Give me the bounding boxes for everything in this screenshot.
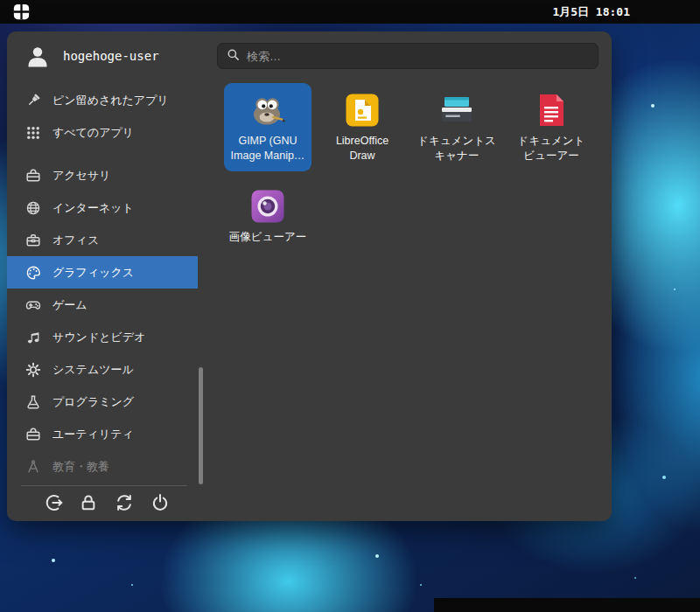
session-separator — [21, 485, 187, 486]
app-tile-image-viewer[interactable]: 画像ビューアー — [224, 179, 312, 268]
sidebar-item-label: システムツール — [52, 362, 134, 378]
app-tile-label: LibreOffice Draw — [336, 134, 388, 164]
power-icon — [150, 493, 170, 512]
lock-icon — [79, 493, 98, 512]
image-viewer-icon — [248, 187, 287, 226]
music-note-icon — [25, 330, 41, 345]
palette-icon — [25, 265, 41, 281]
lock-button[interactable] — [76, 490, 101, 515]
app-tile-document-viewer[interactable]: ドキュメント ビューアー — [508, 83, 595, 171]
app-tile-label: ドキュメント ビューアー — [518, 134, 585, 164]
sidebar-item-programming[interactable]: プログラミング — [7, 386, 198, 418]
sidebar-item-system-tools[interactable]: システムツール — [7, 353, 198, 386]
sidebar-item-games[interactable]: ゲーム — [7, 289, 198, 321]
document-scanner-icon — [438, 91, 476, 129]
search-icon — [227, 48, 240, 65]
sidebar-scrollbar[interactable] — [199, 367, 203, 484]
sidebar-item-label: インターネット — [52, 200, 134, 216]
background-window-edge[interactable] — [434, 598, 700, 612]
app-tile-label: ドキュメントス キャナー — [417, 134, 496, 164]
pin-icon — [25, 93, 41, 108]
sidebar-item-all-apps[interactable]: すべてのアプリ — [7, 116, 198, 149]
apps-grid-icon — [25, 125, 41, 141]
sidebar-item-label: グラフィックス — [52, 265, 134, 281]
sidebar-item-office[interactable]: オフィス — [7, 224, 198, 256]
globe-icon — [25, 200, 41, 216]
flask-icon — [25, 394, 41, 410]
toolbox-icon — [25, 168, 41, 184]
logout-button[interactable] — [42, 490, 66, 515]
sidebar-item-label: オフィス — [52, 233, 99, 248]
document-viewer-icon — [532, 91, 570, 129]
sidebar-item-internet[interactable]: インターネット — [7, 191, 198, 224]
logout-icon — [45, 493, 64, 512]
sidebar-item-label: プログラミング — [52, 394, 134, 410]
toolbox-icon — [25, 427, 41, 442]
app-menu-logo-icon[interactable] — [11, 2, 32, 22]
compass-icon — [25, 459, 41, 475]
sidebar-item-sound-video[interactable]: サウンドとビデオ — [7, 321, 198, 353]
sidebar-item-label: サウンドとビデオ — [52, 330, 145, 345]
user-row[interactable]: hogehoge-user — [24, 43, 159, 69]
username: hogehoge-user — [63, 49, 159, 63]
restart-icon — [115, 493, 134, 512]
sidebar-item-label: ゲーム — [52, 297, 88, 313]
sidebar-item-label: ピン留めされたアプリ — [52, 93, 169, 108]
app-tile-label: GIMP (GNU Image Manip… — [231, 134, 305, 164]
app-tile-document-scanner[interactable]: ドキュメントス キャナー — [413, 83, 500, 171]
user-avatar-icon — [24, 43, 51, 69]
search-input[interactable] — [247, 50, 589, 63]
application-menu-panel: hogehoge-user ピン留めされたアプリ すべてのアプリ アクセサリ イ… — [7, 31, 612, 521]
sidebar-item-utilities[interactable]: ユーティリティ — [7, 418, 198, 450]
app-tile-gimp[interactable]: GIMP (GNU Image Manip… — [224, 83, 312, 171]
clock[interactable]: 1月5日 18:01 — [552, 0, 630, 24]
sidebar-item-label: すべてのアプリ — [52, 125, 134, 141]
sidebar-item-pinned-apps[interactable]: ピン留めされたアプリ — [7, 84, 198, 116]
gear-icon — [25, 362, 41, 378]
sidebar-item-accessories[interactable]: アクセサリ — [7, 159, 198, 191]
search-box — [217, 43, 598, 69]
app-tile-label: 画像ビューアー — [229, 230, 306, 245]
power-button[interactable] — [148, 490, 172, 515]
sidebar-item-label: アクセサリ — [52, 168, 111, 184]
top-bar: 1月5日 18:01 — [0, 0, 700, 24]
sidebar-item-label: 教育・教養 — [52, 459, 109, 475]
sidebar-item-education[interactable]: 教育・教養 — [7, 450, 198, 483]
sidebar-item-graphics[interactable]: グラフィックス — [7, 256, 198, 289]
gamepad-icon — [25, 297, 41, 313]
app-tile-libreoffice-draw[interactable]: LibreOffice Draw — [318, 83, 406, 171]
gimp-icon — [248, 91, 287, 129]
restart-button[interactable] — [112, 490, 136, 515]
libreoffice-draw-icon — [343, 91, 382, 129]
sidebar-item-label: ユーティリティ — [52, 427, 134, 442]
briefcase-icon — [25, 233, 41, 248]
